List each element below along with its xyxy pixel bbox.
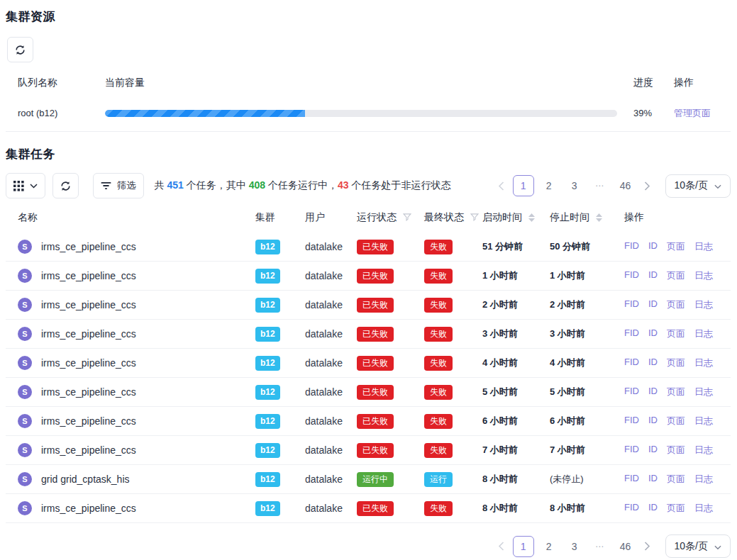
final-status-badge: 运行 xyxy=(424,472,453,487)
manage-page-link[interactable]: 管理页面 xyxy=(674,108,711,118)
tasks-summary: 共 451 个任务，其中 408 个任务运行中，43 个任务处于非运行状态 xyxy=(155,179,451,192)
column-sorter-icon[interactable] xyxy=(528,213,535,222)
action-link-日志[interactable]: 日志 xyxy=(694,240,713,253)
user-cell: datalake xyxy=(305,386,357,398)
column-filter-icon[interactable] xyxy=(470,212,479,223)
action-link-页面[interactable]: 页面 xyxy=(667,473,685,486)
action-link-fid[interactable]: FID xyxy=(624,473,639,486)
action-link-日志[interactable]: 日志 xyxy=(694,502,713,515)
column-settings-button[interactable] xyxy=(6,173,45,198)
pagination-page-3[interactable]: 3 xyxy=(564,536,585,557)
progress-percent: 39% xyxy=(621,108,667,118)
stop-time: 7 小时前 xyxy=(550,444,624,457)
action-link-id[interactable]: ID xyxy=(648,473,658,486)
action-link-日志[interactable]: 日志 xyxy=(694,327,713,340)
action-link-id[interactable]: ID xyxy=(648,240,658,253)
column-sorter-icon[interactable] xyxy=(596,213,602,222)
action-link-fid[interactable]: FID xyxy=(624,269,639,282)
header-start-time: 启动时间 xyxy=(482,211,522,224)
action-link-fid[interactable]: FID xyxy=(624,298,639,311)
header-name: 名称 xyxy=(6,211,255,224)
action-link-页面[interactable]: 页面 xyxy=(667,240,685,253)
action-link-fid[interactable]: FID xyxy=(624,502,639,515)
action-link-页面[interactable]: 页面 xyxy=(667,502,685,515)
pagination-page-1[interactable]: 1 xyxy=(513,536,534,557)
row-actions: FIDID页面日志 xyxy=(624,415,731,427)
action-link-日志[interactable]: 日志 xyxy=(694,386,713,398)
pagination-next-button[interactable] xyxy=(638,175,657,196)
chevron-down-icon xyxy=(714,180,721,191)
pagination-prev-button[interactable] xyxy=(492,536,511,557)
action-link-fid[interactable]: FID xyxy=(624,327,639,340)
pagination-next-button[interactable] xyxy=(638,536,657,557)
table-row: S irms_ce_pipeline_ccs b12 datalake 已失败 … xyxy=(6,233,731,262)
action-link-id[interactable]: ID xyxy=(648,269,658,282)
final-status-badge: 失败 xyxy=(424,356,453,371)
action-link-fid[interactable]: FID xyxy=(624,386,639,398)
resources-table: 队列名称 当前容量 进度 操作 root (b12) 39% 管理页面 xyxy=(6,71,731,132)
action-link-日志[interactable]: 日志 xyxy=(694,444,713,457)
action-link-id[interactable]: ID xyxy=(648,415,658,427)
action-link-id[interactable]: ID xyxy=(648,502,658,515)
user-cell: datalake xyxy=(305,270,357,281)
action-link-页面[interactable]: 页面 xyxy=(667,327,685,340)
user-cell: datalake xyxy=(305,241,357,252)
action-link-fid[interactable]: FID xyxy=(624,357,639,369)
tasks-toolbar: 筛选 共 451 个任务，其中 408 个任务运行中，43 个任务处于非运行状态… xyxy=(6,173,731,198)
action-link-fid[interactable]: FID xyxy=(624,240,639,253)
action-link-id[interactable]: ID xyxy=(648,298,658,311)
action-link-id[interactable]: ID xyxy=(648,444,658,457)
stop-time: 3 小时前 xyxy=(550,327,624,340)
cluster-badge: b12 xyxy=(255,501,280,516)
action-link-页面[interactable]: 页面 xyxy=(667,357,685,369)
pagination-page-2[interactable]: 2 xyxy=(538,536,560,557)
action-link-页面[interactable]: 页面 xyxy=(667,269,685,282)
final-status-badge: 失败 xyxy=(424,414,453,429)
action-link-id[interactable]: ID xyxy=(648,357,658,369)
action-link-日志[interactable]: 日志 xyxy=(694,269,713,282)
pagination-page-3[interactable]: 3 xyxy=(564,175,585,196)
action-link-日志[interactable]: 日志 xyxy=(694,298,713,311)
tasks-refresh-button[interactable] xyxy=(52,173,79,198)
page-size-value: 10条/页 xyxy=(675,540,708,553)
cluster-badge: b12 xyxy=(255,298,280,313)
action-link-页面[interactable]: 页面 xyxy=(667,386,685,398)
spark-avatar: S xyxy=(18,240,32,254)
pagination-page-46[interactable]: 46 xyxy=(615,536,636,557)
start-time: 8 小时前 xyxy=(482,502,550,515)
action-link-id[interactable]: ID xyxy=(648,327,658,340)
filter-lines-icon xyxy=(101,181,111,190)
action-link-页面[interactable]: 页面 xyxy=(667,415,685,427)
spark-avatar: S xyxy=(18,269,32,283)
action-link-fid[interactable]: FID xyxy=(624,415,639,427)
row-actions: FIDID页面日志 xyxy=(624,327,731,340)
pagination-page-46[interactable]: 46 xyxy=(615,175,636,196)
action-link-日志[interactable]: 日志 xyxy=(694,357,713,369)
pagination-prev-button[interactable] xyxy=(492,175,511,196)
action-link-id[interactable]: ID xyxy=(648,386,658,398)
page-size-select[interactable]: 10条/页 xyxy=(665,534,731,558)
spark-avatar: S xyxy=(18,501,32,515)
column-filter-icon[interactable] xyxy=(403,212,411,223)
start-time: 4 小时前 xyxy=(482,357,550,369)
queue-name: root (b12) xyxy=(6,108,105,118)
row-actions: FIDID页面日志 xyxy=(624,386,731,398)
spark-avatar: S xyxy=(18,414,32,428)
start-time: 5 小时前 xyxy=(482,386,550,398)
spark-avatar: S xyxy=(18,472,32,486)
page-size-select[interactable]: 10条/页 xyxy=(665,174,731,198)
header-stop-time: 停止时间 xyxy=(550,211,589,224)
capacity-progress-bar xyxy=(105,110,617,117)
action-link-日志[interactable]: 日志 xyxy=(694,415,713,427)
action-link-页面[interactable]: 页面 xyxy=(667,298,685,311)
task-name: irms_ce_pipeline_ccs xyxy=(41,241,136,252)
user-cell: datalake xyxy=(305,299,357,310)
pagination-page-2[interactable]: 2 xyxy=(538,175,560,196)
action-link-页面[interactable]: 页面 xyxy=(667,444,685,457)
action-link-fid[interactable]: FID xyxy=(624,444,639,457)
resources-refresh-button[interactable] xyxy=(7,37,33,62)
action-link-日志[interactable]: 日志 xyxy=(694,473,713,486)
filter-button[interactable]: 筛选 xyxy=(93,173,144,198)
pagination-page-1[interactable]: 1 xyxy=(513,175,534,196)
stop-time: 5 小时前 xyxy=(550,386,624,398)
